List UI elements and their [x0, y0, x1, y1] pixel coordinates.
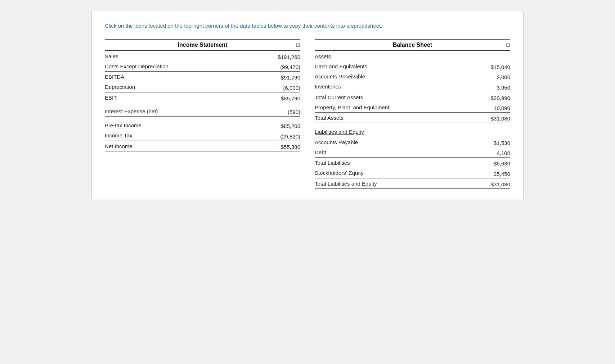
- tables-row: Income Statement ⊡ Sales$191,260Costs Ex…: [105, 39, 510, 189]
- table-row: EBIT$85,790: [105, 92, 300, 103]
- row-label: Total Assets: [315, 114, 478, 122]
- row-label: Depreciation: [105, 83, 268, 91]
- spacer-row: [315, 123, 510, 127]
- row-label: Liabilities and Equity: [315, 128, 478, 136]
- table-row: EBITDA$91,790: [105, 72, 300, 82]
- instruction-text: Click on the icons located on the top-ri…: [105, 22, 510, 30]
- table-row: Interest Expense (net)(590): [105, 106, 300, 117]
- row-label: Net Income: [105, 143, 268, 150]
- balance-sheet-copy-icon[interactable]: ⊡: [506, 42, 510, 48]
- table-row: Inventories3,950: [315, 81, 510, 92]
- table-row: Total Assets$31,080: [315, 113, 510, 123]
- income-statement-section: Income Statement ⊡ Sales$191,260Costs Ex…: [105, 39, 300, 151]
- row-label: Assets: [315, 53, 478, 60]
- spacer-row: [105, 117, 300, 120]
- row-value: (29,820): [268, 133, 300, 140]
- row-label: EBIT: [105, 94, 268, 101]
- row-value: $5,630: [478, 160, 510, 167]
- row-label: Total Liabilities: [315, 159, 478, 167]
- row-label: Income Tax: [105, 132, 268, 139]
- table-row: Costs Except Depreciation(99,470): [105, 61, 300, 72]
- table-row: Sales$191,260: [105, 51, 300, 61]
- row-value: (99,470): [268, 64, 300, 70]
- row-value: $31,080: [478, 115, 510, 122]
- table-row: Cash and Equivalents$15,040: [315, 61, 510, 71]
- income-statement-rows: Sales$191,260Costs Except Depreciation(9…: [105, 51, 300, 151]
- balance-sheet-header: Balance Sheet ⊡: [315, 39, 510, 51]
- table-row: Accounts Payable$1,530: [315, 137, 510, 147]
- row-value: 3,950: [478, 85, 510, 91]
- row-value: $31,080: [478, 181, 510, 187]
- row-value: $20,990: [478, 95, 510, 101]
- table-row: Total Current Assets$20,990: [315, 92, 510, 102]
- balance-sheet-rows: AssetsCash and Equivalents$15,040Account…: [315, 51, 510, 189]
- balance-sheet-title: Balance Sheet: [315, 42, 510, 48]
- row-label: Debt: [315, 149, 478, 156]
- table-row: Income Tax(29,820): [105, 130, 300, 141]
- table-row: Liabilities and Equity: [315, 127, 510, 137]
- row-value: $85,200: [268, 123, 300, 129]
- row-value: $91,790: [268, 74, 300, 81]
- row-value: 2,000: [478, 74, 510, 80]
- table-row: Accounts Receivable2,000: [315, 71, 510, 81]
- row-label: Costs Except Depreciation: [105, 63, 268, 70]
- row-label: Pre-tax Income: [105, 122, 268, 129]
- row-label: Inventories: [315, 83, 478, 90]
- table-row: Assets: [315, 51, 510, 61]
- table-row: Total Liabilities and Equity$31,080: [315, 178, 510, 189]
- table-row: Pre-tax Income$85,200: [105, 120, 300, 130]
- row-label: Sales: [105, 53, 268, 60]
- row-value: 10,090: [478, 105, 510, 111]
- row-value: $15,040: [478, 64, 510, 70]
- income-statement-copy-icon[interactable]: ⊡: [296, 42, 300, 48]
- balance-sheet-section: Balance Sheet ⊡ AssetsCash and Equivalen…: [315, 39, 510, 189]
- row-label: Accounts Payable: [315, 139, 478, 146]
- row-label: Cash and Equivalents: [315, 63, 478, 70]
- row-label: Accounts Receivable: [315, 73, 478, 80]
- table-row: Total Liabilities$5,630: [315, 158, 510, 168]
- row-label: Property, Plant, and Equipment: [315, 104, 478, 111]
- row-label: Interest Expense (net): [105, 108, 268, 115]
- row-value: (6,000): [268, 85, 300, 91]
- row-label: Stockholders' Equity: [315, 169, 478, 177]
- row-value: 4,100: [478, 150, 510, 156]
- table-row: Property, Plant, and Equipment10,090: [315, 102, 510, 113]
- row-value: $55,380: [268, 144, 300, 150]
- row-label: Total Liabilities and Equity: [315, 180, 478, 187]
- row-value: $85,790: [268, 95, 300, 101]
- outer-card: Click on the icons located on the top-ri…: [91, 11, 524, 200]
- income-statement-header: Income Statement ⊡: [105, 39, 300, 51]
- row-value: (590): [268, 109, 300, 115]
- table-row: Stockholders' Equity25,450: [315, 168, 510, 178]
- spacer-row: [105, 103, 300, 106]
- row-label: EBITDA: [105, 73, 268, 81]
- table-row: Net Income$55,380: [105, 141, 300, 151]
- income-statement-title: Income Statement: [105, 42, 300, 48]
- row-value: 25,450: [478, 171, 510, 177]
- table-row: Depreciation(6,000): [105, 82, 300, 92]
- row-value: $191,260: [268, 54, 300, 60]
- row-label: Total Current Assets: [315, 94, 478, 101]
- row-value: $1,530: [478, 140, 510, 146]
- table-row: Debt4,100: [315, 147, 510, 158]
